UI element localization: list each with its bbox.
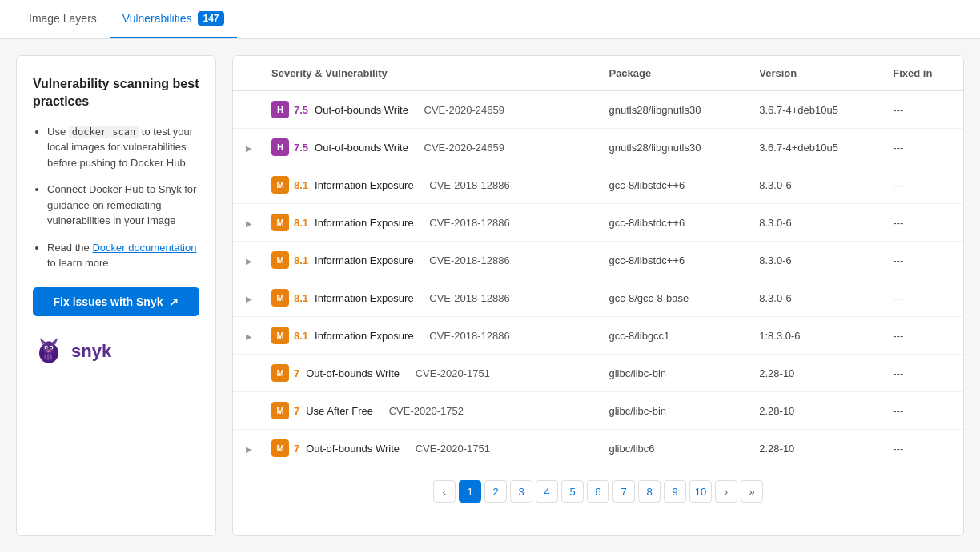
package-cell: gcc-8/libstdc++6 <box>596 242 746 279</box>
table-header-row: Severity & Vulnerability Package Version… <box>233 56 963 91</box>
row-expander[interactable]: ▶ <box>233 242 259 279</box>
score-value: 8.1 <box>294 330 308 342</box>
row-expander[interactable]: ▶ <box>233 430 259 467</box>
col-expand <box>233 56 259 91</box>
page-btn-4[interactable]: 4 <box>536 480 558 503</box>
package-cell: gcc-8/libgcc1 <box>596 317 746 355</box>
tip-2: Connect Docker Hub to Snyk for guidance … <box>47 182 199 229</box>
fixed-in-cell: --- <box>880 91 963 129</box>
version-cell: 1:8.3.0-6 <box>746 317 880 355</box>
separator <box>406 367 409 379</box>
vuln-name: Use After Free <box>306 405 373 417</box>
severity-badge: M <box>271 289 289 307</box>
package-cell: gcc-8/libstdc++6 <box>596 166 746 204</box>
row-expander[interactable]: ▶ <box>233 317 259 355</box>
severity-badge: M <box>271 176 289 194</box>
vuln-table-container: Severity & Vulnerability Package Version… <box>232 55 964 536</box>
vuln-name: Information Exposure <box>315 254 414 266</box>
fixed-in-cell: --- <box>880 317 963 355</box>
cve-id: CVE-2020-1751 <box>416 443 490 455</box>
severity-cell: M 7 Use After Free CVE-2020-1752 <box>259 392 596 430</box>
score-value: 7 <box>294 405 299 417</box>
severity-badge: M <box>271 214 289 231</box>
page-btn-1[interactable]: 1 <box>459 480 481 503</box>
svg-point-8 <box>46 347 47 348</box>
severity-badge: M <box>271 402 289 419</box>
vuln-name: Out-of-bounds Write <box>315 142 408 154</box>
sidebar: Vulnerability scanning best practices Us… <box>16 55 216 536</box>
table-row: ▶ M 8.1 Information Exposure CVE-2018-12… <box>233 279 963 317</box>
table-row: M 8.1 Information Exposure CVE-2018-1288… <box>233 166 963 204</box>
severity-cell: M 7 Out-of-bounds Write CVE-2020-1751 <box>259 430 596 467</box>
score-value: 7 <box>294 367 299 379</box>
score-value: 8.1 <box>294 254 308 266</box>
row-expander <box>233 166 259 204</box>
vuln-name: Out-of-bounds Write <box>306 443 400 455</box>
sidebar-title: Vulnerability scanning best practices <box>33 75 199 111</box>
fix-issues-label: Fix issues with Snyk <box>54 295 163 308</box>
page-btn-9[interactable]: 9 <box>664 480 686 503</box>
page-btn-7[interactable]: 7 <box>612 480 635 503</box>
severity-cell: M 8.1 Information Exposure CVE-2018-1288… <box>259 204 596 242</box>
table-row: ▶ M 7 Out-of-bounds Write CVE-2020-1751 … <box>233 430 963 467</box>
row-expander[interactable]: ▶ <box>233 129 259 166</box>
vuln-name: Information Exposure <box>315 217 414 229</box>
package-cell: glibc/libc-bin <box>596 355 746 392</box>
svg-point-11 <box>47 350 50 351</box>
version-cell: 3.6.7-4+deb10u5 <box>746 129 880 166</box>
fixed-in-cell: --- <box>880 279 963 317</box>
cve-id: CVE-2018-12886 <box>429 254 509 266</box>
fixed-in-cell: --- <box>880 242 963 279</box>
version-cell: 2.28-10 <box>746 392 880 430</box>
fix-issues-button[interactable]: Fix issues with Snyk ↗ <box>33 287 199 316</box>
page-btn-3[interactable]: 3 <box>510 480 532 503</box>
page-btn-8[interactable]: 8 <box>638 480 661 503</box>
score-value: 8.1 <box>294 179 308 191</box>
severity-badge: H <box>271 138 289 156</box>
table-row: ▶ M 8.1 Information Exposure CVE-2018-12… <box>233 242 963 279</box>
severity-badge: M <box>271 439 289 457</box>
cve-id: CVE-2018-12886 <box>429 330 509 342</box>
page-last[interactable]: » <box>741 480 763 503</box>
cve-id: CVE-2020-1752 <box>389 405 464 417</box>
row-expander[interactable]: ▶ <box>233 204 259 242</box>
page-btn-10[interactable]: 10 <box>689 480 712 503</box>
score-value: 7.5 <box>294 142 308 154</box>
docker-docs-link[interactable]: Docker documentation <box>92 242 196 254</box>
col-fixed: Fixed in <box>880 56 963 91</box>
page-btn-6[interactable]: 6 <box>587 480 609 503</box>
separator <box>420 330 424 342</box>
external-link-icon: ↗ <box>169 295 179 308</box>
vuln-name: Information Exposure <box>315 292 414 304</box>
page-prev[interactable]: ‹ <box>433 480 456 503</box>
version-cell: 8.3.0-6 <box>746 204 880 242</box>
separator <box>420 292 424 304</box>
tab-image-layers[interactable]: Image Layers <box>16 1 110 38</box>
cve-id: CVE-2018-12886 <box>429 292 509 304</box>
severity-cell: H 7.5 Out-of-bounds Write CVE-2020-24659 <box>259 129 596 166</box>
fixed-in-cell: --- <box>880 166 963 204</box>
tab-image-layers-label: Image Layers <box>29 12 97 25</box>
tab-vulnerabilities[interactable]: Vulnerabilities 147 <box>110 0 237 38</box>
score-value: 7 <box>294 443 299 455</box>
tab-vulnerabilities-label: Vulnerabilities <box>122 12 192 25</box>
page-btn-2[interactable]: 2 <box>484 480 507 503</box>
table-row: ▶ H 7.5 Out-of-bounds Write CVE-2020-246… <box>233 129 963 166</box>
package-cell: gcc-8/libstdc++6 <box>596 204 746 242</box>
fixed-in-cell: --- <box>880 392 963 430</box>
severity-badge: M <box>271 251 289 269</box>
page-btn-5[interactable]: 5 <box>561 480 584 503</box>
separator <box>420 217 424 229</box>
package-cell: gnutls28/libgnutls30 <box>596 91 746 129</box>
cve-id: CVE-2018-12886 <box>429 179 509 191</box>
separator <box>420 179 424 191</box>
severity-cell: M 8.1 Information Exposure CVE-2018-1288… <box>259 166 596 204</box>
page-next[interactable]: › <box>715 480 737 503</box>
table-row: H 7.5 Out-of-bounds Write CVE-2020-24659… <box>233 91 963 129</box>
row-expander[interactable]: ▶ <box>233 279 259 317</box>
package-cell: glibc/libc-bin <box>596 392 746 430</box>
version-cell: 8.3.0-6 <box>746 242 880 279</box>
separator <box>380 405 383 417</box>
vuln-name: Information Exposure <box>315 330 414 342</box>
main-content: Vulnerability scanning best practices Us… <box>0 39 980 552</box>
